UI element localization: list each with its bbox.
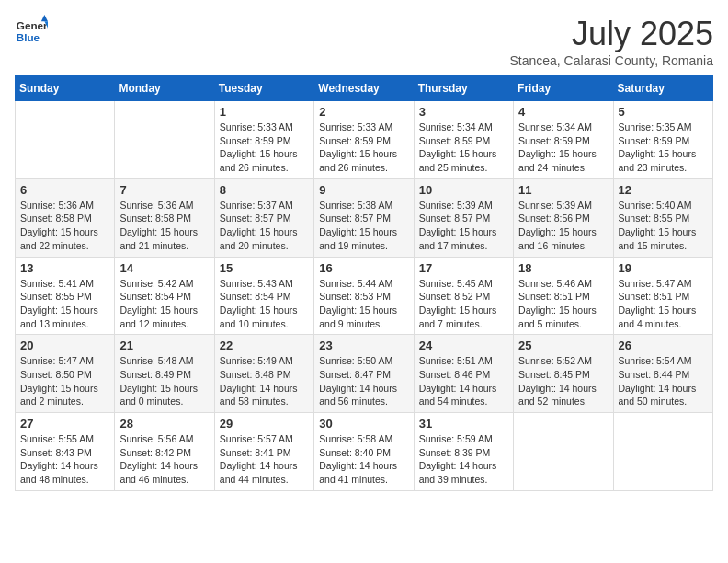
day-number: 13 xyxy=(20,261,109,275)
calendar-cell xyxy=(613,413,712,491)
day-info: Sunrise: 5:37 AMSunset: 8:57 PMDaylight:… xyxy=(220,199,309,253)
day-info: Sunrise: 5:36 AMSunset: 8:58 PMDaylight:… xyxy=(119,199,209,253)
svg-text:Blue: Blue xyxy=(17,31,40,43)
day-number: 31 xyxy=(419,417,508,431)
day-number: 29 xyxy=(220,417,309,431)
day-info: Sunrise: 5:40 AMSunset: 8:55 PMDaylight:… xyxy=(619,199,708,253)
day-info: Sunrise: 5:44 AMSunset: 8:53 PMDaylight:… xyxy=(319,277,408,331)
calendar-cell: 3Sunrise: 5:34 AMSunset: 8:59 PMDaylight… xyxy=(414,101,513,179)
calendar-cell xyxy=(115,101,214,179)
day-number: 22 xyxy=(220,339,309,352)
calendar-cell: 12Sunrise: 5:40 AMSunset: 8:55 PMDayligh… xyxy=(613,178,712,257)
day-info: Sunrise: 5:39 AMSunset: 8:56 PMDaylight:… xyxy=(518,199,608,253)
col-header-monday: Monday xyxy=(115,76,214,101)
day-info: Sunrise: 5:56 AMSunset: 8:42 PMDaylight:… xyxy=(119,432,209,487)
col-header-wednesday: Wednesday xyxy=(314,76,414,101)
calendar-header-row: SundayMondayTuesdayWednesdayThursdayFrid… xyxy=(16,76,713,101)
calendar-cell: 21Sunrise: 5:48 AMSunset: 8:49 PMDayligh… xyxy=(115,335,214,413)
calendar-cell: 16Sunrise: 5:44 AMSunset: 8:53 PMDayligh… xyxy=(314,257,414,335)
calendar-cell: 29Sunrise: 5:57 AMSunset: 8:41 PMDayligh… xyxy=(214,413,313,491)
day-number: 25 xyxy=(518,339,608,352)
calendar-cell: 27Sunrise: 5:55 AMSunset: 8:43 PMDayligh… xyxy=(16,413,115,491)
day-info: Sunrise: 5:45 AMSunset: 8:52 PMDaylight:… xyxy=(419,277,508,331)
page-header: General Blue July 2025 Stancea, Calarasi… xyxy=(15,15,713,68)
calendar-cell: 15Sunrise: 5:43 AMSunset: 8:54 PMDayligh… xyxy=(214,257,313,335)
day-number: 9 xyxy=(319,183,408,197)
day-info: Sunrise: 5:54 AMSunset: 8:44 PMDaylight:… xyxy=(619,354,708,408)
day-info: Sunrise: 5:47 AMSunset: 8:51 PMDaylight:… xyxy=(619,277,708,331)
subtitle: Stancea, Calarasi County, Romania xyxy=(509,53,713,68)
day-number: 1 xyxy=(220,105,309,119)
calendar-cell: 31Sunrise: 5:59 AMSunset: 8:39 PMDayligh… xyxy=(414,413,513,491)
day-number: 24 xyxy=(419,339,508,352)
day-number: 3 xyxy=(419,105,508,119)
day-info: Sunrise: 5:33 AMSunset: 8:59 PMDaylight:… xyxy=(220,121,309,175)
calendar-cell: 4Sunrise: 5:34 AMSunset: 8:59 PMDaylight… xyxy=(514,101,613,179)
day-info: Sunrise: 5:59 AMSunset: 8:39 PMDaylight:… xyxy=(419,432,508,487)
calendar-table: SundayMondayTuesdayWednesdayThursdayFrid… xyxy=(15,75,713,491)
calendar-cell xyxy=(514,413,613,491)
calendar-cell: 24Sunrise: 5:51 AMSunset: 8:46 PMDayligh… xyxy=(414,335,513,413)
calendar-week-row: 13Sunrise: 5:41 AMSunset: 8:55 PMDayligh… xyxy=(16,257,713,335)
day-number: 2 xyxy=(319,105,408,119)
calendar-cell: 18Sunrise: 5:46 AMSunset: 8:51 PMDayligh… xyxy=(514,257,613,335)
calendar-cell: 28Sunrise: 5:56 AMSunset: 8:42 PMDayligh… xyxy=(115,413,214,491)
day-number: 19 xyxy=(619,261,708,275)
day-number: 21 xyxy=(119,339,209,352)
day-number: 18 xyxy=(518,261,608,275)
calendar-week-row: 27Sunrise: 5:55 AMSunset: 8:43 PMDayligh… xyxy=(16,413,713,491)
day-number: 16 xyxy=(319,261,408,275)
col-header-tuesday: Tuesday xyxy=(214,76,313,101)
title-section: July 2025 Stancea, Calarasi County, Roma… xyxy=(509,15,713,68)
day-info: Sunrise: 5:48 AMSunset: 8:49 PMDaylight:… xyxy=(119,354,209,408)
calendar-cell: 1Sunrise: 5:33 AMSunset: 8:59 PMDaylight… xyxy=(214,101,313,179)
calendar-cell: 9Sunrise: 5:38 AMSunset: 8:57 PMDaylight… xyxy=(314,178,414,257)
day-info: Sunrise: 5:57 AMSunset: 8:41 PMDaylight:… xyxy=(220,432,309,487)
day-number: 27 xyxy=(20,417,109,431)
calendar-cell: 8Sunrise: 5:37 AMSunset: 8:57 PMDaylight… xyxy=(214,178,313,257)
day-number: 10 xyxy=(419,183,508,197)
calendar-cell: 26Sunrise: 5:54 AMSunset: 8:44 PMDayligh… xyxy=(613,335,712,413)
day-info: Sunrise: 5:51 AMSunset: 8:46 PMDaylight:… xyxy=(419,354,508,408)
day-number: 26 xyxy=(619,339,708,352)
calendar-cell: 30Sunrise: 5:58 AMSunset: 8:40 PMDayligh… xyxy=(314,413,414,491)
day-number: 6 xyxy=(20,183,109,197)
day-number: 23 xyxy=(319,339,408,352)
day-info: Sunrise: 5:36 AMSunset: 8:58 PMDaylight:… xyxy=(20,199,109,253)
calendar-cell: 5Sunrise: 5:35 AMSunset: 8:59 PMDaylight… xyxy=(613,101,712,179)
day-number: 4 xyxy=(518,105,608,119)
day-number: 14 xyxy=(119,261,209,275)
calendar-week-row: 1Sunrise: 5:33 AMSunset: 8:59 PMDaylight… xyxy=(16,101,713,179)
calendar-cell: 25Sunrise: 5:52 AMSunset: 8:45 PMDayligh… xyxy=(514,335,613,413)
day-info: Sunrise: 5:38 AMSunset: 8:57 PMDaylight:… xyxy=(319,199,408,253)
day-number: 30 xyxy=(319,417,408,431)
calendar-cell: 7Sunrise: 5:36 AMSunset: 8:58 PMDaylight… xyxy=(115,178,214,257)
calendar-cell: 17Sunrise: 5:45 AMSunset: 8:52 PMDayligh… xyxy=(414,257,513,335)
day-info: Sunrise: 5:49 AMSunset: 8:48 PMDaylight:… xyxy=(220,354,309,408)
day-number: 12 xyxy=(619,183,708,197)
day-info: Sunrise: 5:55 AMSunset: 8:43 PMDaylight:… xyxy=(20,432,109,487)
day-number: 17 xyxy=(419,261,508,275)
logo-icon: General Blue xyxy=(15,15,48,48)
day-info: Sunrise: 5:34 AMSunset: 8:59 PMDaylight:… xyxy=(518,121,608,175)
col-header-sunday: Sunday xyxy=(16,76,115,101)
calendar-cell xyxy=(16,101,115,179)
month-title: July 2025 xyxy=(509,15,713,53)
calendar-cell: 11Sunrise: 5:39 AMSunset: 8:56 PMDayligh… xyxy=(514,178,613,257)
day-number: 20 xyxy=(20,339,109,352)
calendar-cell: 14Sunrise: 5:42 AMSunset: 8:54 PMDayligh… xyxy=(115,257,214,335)
day-number: 11 xyxy=(518,183,608,197)
day-number: 15 xyxy=(220,261,309,275)
day-info: Sunrise: 5:58 AMSunset: 8:40 PMDaylight:… xyxy=(319,432,408,487)
day-number: 5 xyxy=(619,105,708,119)
day-info: Sunrise: 5:43 AMSunset: 8:54 PMDaylight:… xyxy=(220,277,309,331)
day-number: 7 xyxy=(119,183,209,197)
day-info: Sunrise: 5:33 AMSunset: 8:59 PMDaylight:… xyxy=(319,121,408,175)
calendar-cell: 6Sunrise: 5:36 AMSunset: 8:58 PMDaylight… xyxy=(16,178,115,257)
day-info: Sunrise: 5:50 AMSunset: 8:47 PMDaylight:… xyxy=(319,354,408,408)
calendar-cell: 23Sunrise: 5:50 AMSunset: 8:47 PMDayligh… xyxy=(314,335,414,413)
col-header-friday: Friday xyxy=(514,76,613,101)
calendar-week-row: 6Sunrise: 5:36 AMSunset: 8:58 PMDaylight… xyxy=(16,178,713,257)
calendar-cell: 20Sunrise: 5:47 AMSunset: 8:50 PMDayligh… xyxy=(16,335,115,413)
calendar-cell: 10Sunrise: 5:39 AMSunset: 8:57 PMDayligh… xyxy=(414,178,513,257)
